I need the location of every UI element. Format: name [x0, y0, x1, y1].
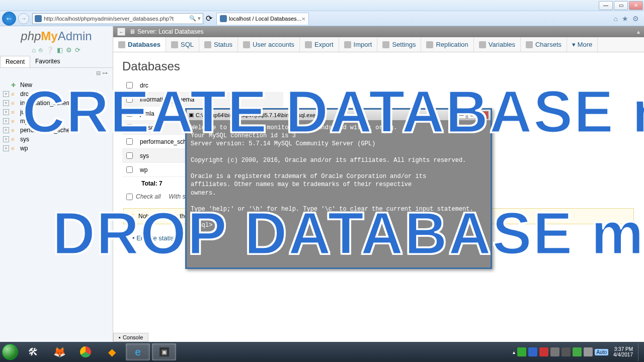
menu-icon [479, 41, 486, 48]
sql-icon[interactable]: ◧ [57, 46, 63, 54]
page-favicon [35, 15, 42, 22]
expand-icon[interactable]: + [3, 118, 9, 124]
tray-auto-label: Auto [595, 349, 608, 355]
collapse-all-icon[interactable]: ⊟ [96, 70, 101, 76]
favorites-icon[interactable]: ★ [622, 15, 628, 23]
link-icon[interactable]: ⊶ [102, 70, 108, 76]
topmenu-more[interactable]: ▾ More [567, 37, 598, 52]
tray-volume-icon[interactable] [584, 347, 593, 356]
tray-icon[interactable] [561, 347, 571, 356]
taskbar-app-sublime[interactable]: ◆ [100, 343, 124, 360]
console-icon: ▪ [119, 334, 121, 340]
topmenu-status[interactable]: Status [199, 37, 238, 52]
db-checkbox[interactable] [126, 152, 133, 159]
show-desktop-button[interactable] [638, 343, 642, 361]
menu-icon [171, 41, 178, 48]
topmenu-user-accounts[interactable]: User accounts [238, 37, 300, 52]
home-icon[interactable]: ⌂ [614, 15, 618, 23]
tab-close-icon[interactable]: ✕ [301, 16, 305, 22]
database-icon: ≡ [11, 91, 18, 97]
tray-icon[interactable] [528, 347, 537, 356]
maximize-button[interactable]: ▭ [614, 1, 628, 10]
phpmyadmin-logo[interactable]: phpMyAdmin [0, 26, 113, 46]
home-icon[interactable]: ⌂ [32, 46, 36, 54]
menu-icon [426, 41, 433, 48]
panel-minimize-icon[interactable]: ▴ [637, 28, 640, 35]
expand-icon[interactable]: + [3, 127, 9, 133]
database-icon: ≡ [11, 136, 18, 142]
topmenu-settings[interactable]: Settings [377, 37, 421, 52]
close-button[interactable]: ✕ [629, 1, 643, 10]
settings-icon[interactable]: ⚙ [66, 46, 72, 54]
taskbar-app-firefox[interactable]: 🦊 [47, 343, 71, 360]
gear-icon[interactable]: ⚙ [632, 15, 639, 23]
expand-icon[interactable]: + [3, 109, 9, 115]
console-tab[interactable]: ▪ Console [113, 333, 148, 342]
overlay-text-drop: DROP DATABASE mydb; [52, 199, 644, 267]
menu-icon [243, 41, 250, 48]
topmenu-sql[interactable]: SQL [166, 37, 199, 52]
menu-icon [118, 41, 125, 48]
topmenu-import[interactable]: Import [339, 37, 378, 52]
recent-tab[interactable]: Recent [0, 56, 30, 67]
tab-favicon [220, 15, 227, 22]
topmenu-charsets[interactable]: Charsets [521, 37, 567, 52]
database-icon: ≡ [11, 118, 18, 124]
database-icon: ≡ [11, 127, 18, 133]
browser-tab[interactable]: localhost / Local Databases... ✕ [216, 13, 309, 25]
start-button[interactable] [0, 342, 20, 362]
menu-icon [526, 41, 533, 48]
db-checkbox[interactable] [126, 166, 133, 173]
topmenu-export[interactable]: Export [300, 37, 339, 52]
database-icon: ≡ [11, 145, 18, 151]
expand-icon[interactable]: + [3, 91, 9, 97]
topmenu-variables[interactable]: Variables [474, 37, 521, 52]
server-icon: 🖥 [129, 28, 135, 35]
database-icon: ≡ [11, 109, 18, 115]
taskbar-app-devtools[interactable]: 🛠 [21, 343, 45, 360]
logout-icon[interactable]: ⎋ [39, 46, 43, 54]
back-button[interactable]: ← [2, 12, 16, 26]
taskbar-app-cmd[interactable]: ▣ [152, 343, 176, 360]
overlay-text-create: CREATE DATABASE mydb; [22, 77, 644, 146]
tray-icon[interactable] [539, 347, 548, 356]
total-count: Total: 7 [141, 180, 163, 187]
tray-icon[interactable] [517, 347, 526, 356]
menu-icon [204, 41, 211, 48]
server-label: Server: Local Databases [137, 28, 203, 35]
collapse-panel-button[interactable]: ← [117, 28, 125, 36]
tray-show-hidden-icon[interactable]: ▴ [513, 349, 515, 355]
menu-icon [344, 41, 351, 48]
forward-button[interactable]: → [18, 13, 29, 24]
favorites-tab[interactable]: Favorites [30, 56, 65, 67]
refresh-button[interactable]: ⟳ [203, 14, 214, 23]
menu-icon [382, 41, 389, 48]
taskbar-app-ie[interactable]: e [126, 343, 150, 360]
expand-icon[interactable]: + [3, 145, 9, 151]
topmenu-replication[interactable]: Replication [421, 37, 473, 52]
topmenu-databases[interactable]: Databases [113, 37, 166, 52]
tray-icon[interactable] [550, 347, 559, 356]
page-title: Databases [122, 59, 635, 73]
database-icon: ≡ [11, 100, 18, 106]
reload-icon[interactable]: ⟳ [75, 46, 80, 54]
docs-icon[interactable]: ❔ [46, 46, 54, 54]
url-text: http://localhost/phpmyadmin/server_datab… [44, 16, 189, 22]
tray-network-icon[interactable] [573, 347, 582, 356]
new-db-icon: ✚ [11, 82, 18, 88]
address-bar[interactable]: http://localhost/phpmyadmin/server_datab… [32, 13, 203, 24]
menu-icon [305, 41, 312, 48]
expand-icon[interactable]: + [3, 136, 9, 142]
taskbar-clock[interactable]: 3:37 PM 4/4/2017 [610, 346, 636, 357]
tab-title: localhost / Local Databases... [229, 16, 301, 22]
search-dropdown-icon[interactable]: 🔍 ▾ [189, 15, 201, 22]
taskbar-app-chrome[interactable] [73, 343, 98, 360]
expand-icon[interactable]: + [3, 100, 9, 106]
minimize-button[interactable]: — [599, 1, 613, 10]
